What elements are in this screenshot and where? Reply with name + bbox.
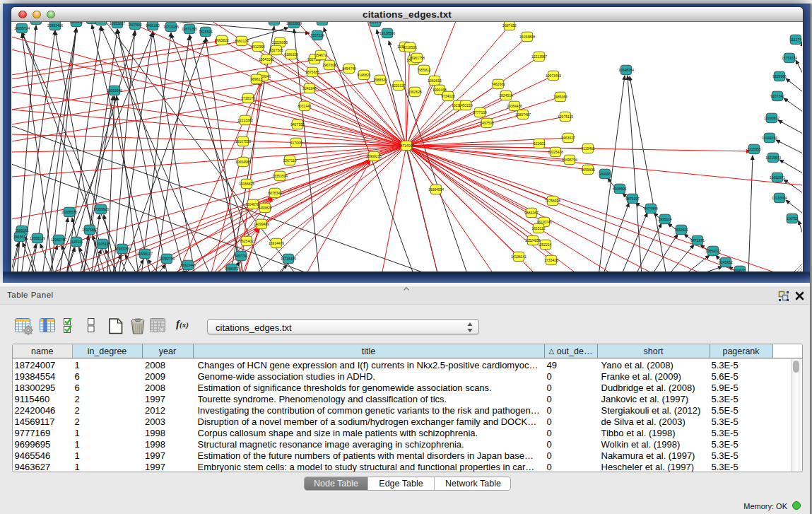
svg-text:20206576: 20206576 [61, 210, 77, 214]
svg-text:20053346: 20053346 [107, 88, 122, 93]
svg-text:16961758: 16961758 [409, 56, 425, 60]
svg-text:9463627: 9463627 [561, 136, 575, 140]
svg-text:17016504: 17016504 [772, 196, 787, 200]
svg-text:252214: 252214 [540, 243, 552, 247]
svg-text:9146821: 9146821 [357, 73, 371, 77]
svg-text:12093872: 12093872 [764, 116, 779, 120]
svg-text:12942757: 12942757 [51, 238, 66, 242]
svg-text:164095: 164095 [599, 172, 611, 176]
svg-text:10807487: 10807487 [515, 112, 531, 117]
svg-text:5493822: 5493822 [258, 206, 272, 210]
svg-text:8660124: 8660124 [235, 39, 249, 43]
svg-text:16782759: 16782759 [159, 257, 175, 261]
svg-text:2935114: 2935114 [658, 217, 671, 221]
svg-text:18724007: 18724007 [399, 144, 414, 148]
svg-text:10654985: 10654985 [235, 160, 251, 164]
svg-text:7485063: 7485063 [553, 95, 567, 99]
svg-text:8878342: 8878342 [268, 191, 282, 195]
svg-text:12213967: 12213967 [531, 54, 547, 59]
svg-text:12975115: 12975115 [558, 115, 573, 119]
svg-text:13353594: 13353594 [272, 174, 288, 178]
svg-text:13524851: 13524851 [525, 238, 541, 243]
svg-text:8938921: 8938921 [613, 187, 627, 191]
svg-text:1615112: 1615112 [531, 226, 545, 230]
svg-text:17957255: 17957255 [114, 247, 130, 251]
svg-text:3912954: 3912954 [251, 45, 265, 49]
svg-text:16154808: 16154808 [519, 35, 535, 39]
svg-text:6466160: 6466160 [146, 23, 160, 28]
svg-text:6497505: 6497505 [480, 121, 494, 125]
svg-text:1453219: 1453219 [459, 103, 473, 107]
svg-text:3215955: 3215955 [747, 147, 761, 151]
svg-text:9155494: 9155494 [315, 22, 329, 23]
svg-text:2967608: 2967608 [322, 63, 336, 67]
svg-text:10973493: 10973493 [546, 74, 561, 78]
svg-text:14099489: 14099489 [254, 222, 269, 226]
svg-text:7632621: 7632621 [674, 228, 688, 232]
svg-text:9684067: 9684067 [524, 211, 539, 215]
svg-text:1362615: 1362615 [428, 78, 442, 83]
svg-text:9457791: 9457791 [234, 254, 248, 258]
svg-text:417006: 417006 [290, 141, 302, 145]
svg-text:12905115: 12905115 [95, 242, 110, 246]
svg-text:8454749: 8454749 [342, 66, 356, 71]
svg-text:20364436: 20364436 [507, 104, 522, 108]
svg-text:3824514: 3824514 [499, 93, 513, 98]
svg-text:7625402: 7625402 [240, 239, 254, 243]
svg-text:7357224: 7357224 [310, 33, 324, 37]
svg-text:15900215: 15900215 [366, 154, 382, 158]
svg-text:7663822: 7663822 [215, 38, 229, 42]
svg-text:14055724: 14055724 [14, 26, 30, 30]
svg-text:7515524: 7515524 [199, 30, 213, 34]
svg-text:994537: 994537 [734, 269, 746, 271]
svg-text:1885213: 1885213 [94, 22, 108, 23]
svg-text:1527602: 1527602 [128, 23, 142, 27]
svg-text:12444194: 12444194 [762, 136, 777, 140]
svg-text:14136141: 14136141 [511, 255, 526, 259]
svg-text:154672: 154672 [315, 53, 327, 57]
svg-text:8220137: 8220137 [392, 83, 406, 88]
svg-text:3875685: 3875685 [305, 70, 319, 74]
svg-text:13495794: 13495794 [562, 158, 577, 162]
svg-text:1362628: 1362628 [408, 90, 422, 94]
svg-text:9777109: 9777109 [473, 110, 487, 115]
svg-text:9115460: 9115460 [581, 146, 594, 151]
svg-text:1856319: 1856319 [267, 22, 281, 23]
svg-text:9218506: 9218506 [403, 45, 417, 49]
svg-text:116753: 116753 [787, 216, 799, 221]
svg-text:9329966: 9329966 [772, 74, 787, 78]
svg-text:10671355: 10671355 [182, 27, 197, 31]
svg-text:9474444: 9474444 [644, 206, 658, 211]
svg-text:2687652: 2687652 [502, 23, 517, 28]
svg-text:8813054: 8813054 [368, 22, 382, 24]
svg-text:18107553: 18107553 [235, 139, 251, 144]
svg-text:621601: 621601 [534, 141, 546, 146]
svg-text:9468372: 9468372 [225, 267, 239, 271]
svg-text:15692971: 15692971 [770, 175, 785, 180]
svg-text:12213382: 12213382 [237, 118, 253, 122]
svg-text:19166825: 19166825 [239, 182, 254, 186]
svg-text:16648784: 16648784 [618, 68, 634, 72]
svg-text:9242848: 9242848 [302, 86, 317, 90]
svg-text:9327505: 9327505 [269, 48, 283, 52]
svg-text:111274: 111274 [790, 37, 801, 42]
svg-text:1145111: 1145111 [70, 240, 83, 244]
svg-text:9245652: 9245652 [719, 260, 733, 264]
svg-text:20991406: 20991406 [47, 23, 63, 28]
svg-text:10653267: 10653267 [110, 22, 125, 25]
svg-text:16914479: 16914479 [269, 241, 284, 245]
svg-text:15751074: 15751074 [782, 56, 797, 60]
svg-text:10975887: 10975887 [82, 228, 98, 232]
svg-text:10719185: 10719185 [163, 25, 179, 29]
svg-text:8186328: 8186328 [284, 52, 298, 57]
svg-text:6879197: 6879197 [625, 197, 640, 201]
svg-text:10025438: 10025438 [548, 150, 563, 154]
svg-text:11568129: 11568129 [30, 236, 45, 240]
svg-text:15716485: 15716485 [281, 257, 296, 261]
svg-text:9734028: 9734028 [441, 94, 455, 98]
svg-text:2718179: 2718179 [241, 96, 255, 100]
svg-text:12923448: 12923448 [180, 263, 196, 267]
svg-text:16033809: 16033809 [286, 22, 302, 25]
svg-text:1733426: 1733426 [544, 258, 558, 262]
svg-text:9699695: 9699695 [581, 168, 595, 172]
